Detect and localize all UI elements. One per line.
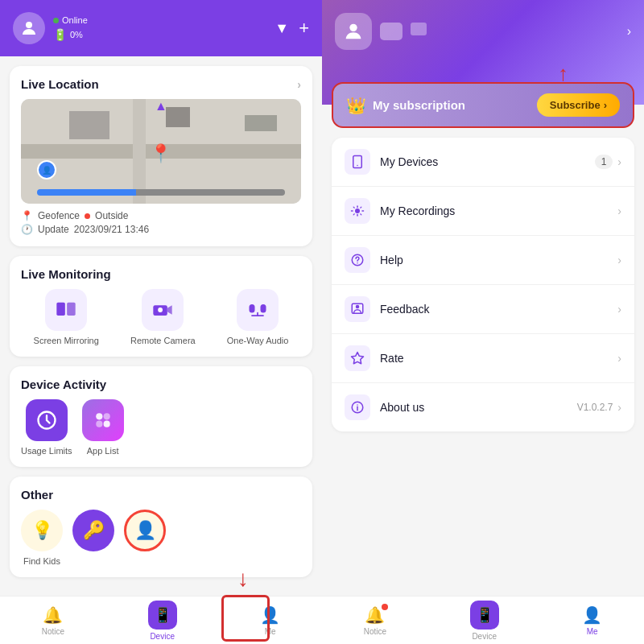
right-header-left bbox=[335, 13, 427, 50]
map-road-v bbox=[133, 99, 146, 204]
nav-notice[interactable]: 🔔 Notice bbox=[42, 605, 64, 636]
menu-item-devices[interactable]: My Devices 1 › bbox=[332, 138, 634, 187]
map-bar bbox=[37, 189, 285, 196]
recordings-chevron-icon: › bbox=[617, 204, 621, 217]
map-info: 📍 Geofence Outside 🕐 Update 2023/09/21 1… bbox=[21, 210, 301, 235]
about-menu-icon bbox=[345, 394, 370, 420]
second-other-item[interactable]: 🔑 bbox=[72, 510, 114, 566]
left-panel: Online 🔋 0% ▼ + Live Location › bbox=[0, 0, 322, 644]
menu-item-recordings[interactable]: My Recordings › bbox=[332, 187, 634, 236]
rate-menu-label: Rate bbox=[380, 352, 617, 365]
devices-badge: 1 bbox=[595, 155, 613, 169]
feedback-menu-icon bbox=[345, 296, 370, 322]
avatar bbox=[13, 12, 45, 44]
menu-item-about[interactable]: About us V1.0.2.7 › bbox=[332, 383, 634, 431]
other-grid: 💡 Find Kids 🔑 👤 bbox=[21, 510, 301, 566]
help-chevron-icon: › bbox=[617, 254, 621, 266]
right-bottom-nav: 🔔 Notice 📱 Device 👤 Me bbox=[322, 596, 644, 644]
live-location-title: Live Location › bbox=[21, 77, 301, 91]
one-way-audio-item[interactable]: One-Way Audio bbox=[227, 289, 289, 345]
right-nav-me[interactable]: 👤 Me bbox=[582, 605, 602, 636]
online-status: Online bbox=[53, 15, 88, 25]
help-menu-right: › bbox=[617, 254, 621, 266]
left-content: Live Location › ▲ 📍 👤 bbox=[0, 56, 322, 596]
dropdown-icon[interactable]: ▼ bbox=[275, 20, 289, 37]
remote-camera-icon bbox=[142, 289, 184, 331]
app-list-label: App List bbox=[87, 446, 119, 456]
usage-limits-item[interactable]: Usage Limits bbox=[21, 399, 72, 456]
left-header: Online 🔋 0% ▼ + bbox=[0, 0, 322, 56]
recordings-menu-label: My Recordings bbox=[380, 204, 617, 217]
add-icon[interactable]: + bbox=[299, 18, 309, 39]
nav-me-left[interactable]: 👤 Me bbox=[260, 605, 280, 636]
outside-dot bbox=[85, 213, 90, 219]
about-menu-right: V1.0.2.7 › bbox=[577, 401, 621, 414]
app-list-item[interactable]: App List bbox=[82, 399, 124, 456]
right-avatar bbox=[335, 13, 372, 50]
right-notice-icon: 🔔 bbox=[365, 605, 385, 625]
geofence-row: 📍 Geofence Outside bbox=[21, 210, 301, 221]
feedback-menu-label: Feedback bbox=[380, 303, 617, 316]
svg-point-13 bbox=[357, 165, 358, 167]
devices-menu-label: My Devices bbox=[380, 155, 595, 168]
screen-mirroring-item[interactable]: Screen Mirroring bbox=[34, 289, 99, 345]
devices-menu-right: 1 › bbox=[595, 155, 621, 169]
help-menu-icon bbox=[345, 247, 370, 273]
me-icon: 👤 bbox=[124, 510, 166, 551]
screen-mirroring-icon bbox=[45, 289, 87, 331]
device-activity-title: Device Activity bbox=[21, 378, 301, 391]
recordings-menu-icon bbox=[345, 198, 370, 224]
svg-point-8 bbox=[103, 413, 109, 419]
rate-chevron-icon: › bbox=[617, 352, 621, 365]
menu-item-rate[interactable]: Rate › bbox=[332, 334, 634, 383]
subscribe-button[interactable]: Subscribe › bbox=[537, 93, 620, 117]
right-nav-device[interactable]: 📱 Device bbox=[470, 601, 499, 641]
menu-list: My Devices 1 › My Recordings › bbox=[332, 138, 634, 431]
svg-point-11 bbox=[349, 24, 357, 31]
help-menu-label: Help bbox=[380, 254, 617, 266]
other-card: Other 💡 Find Kids 🔑 👤 bbox=[10, 477, 312, 577]
other-title: Other bbox=[21, 488, 301, 502]
device-icon: 📱 bbox=[148, 601, 177, 630]
activity-grid: Usage Limits App List bbox=[21, 399, 301, 456]
right-panel: › ↑ 👑 My subscription Subscribe › bbox=[322, 0, 644, 644]
feedback-menu-right: › bbox=[617, 303, 621, 316]
right-nav-notice[interactable]: 🔔 Notice bbox=[364, 605, 386, 636]
right-chevron-icon[interactable]: › bbox=[627, 24, 631, 39]
svg-point-0 bbox=[26, 22, 32, 28]
map-bg: ▲ 📍 👤 bbox=[21, 99, 301, 204]
one-way-audio-icon bbox=[237, 289, 279, 331]
clock-icon: 🕐 bbox=[21, 224, 33, 235]
svg-rect-2 bbox=[67, 303, 76, 316]
subscription-left: 👑 My subscription bbox=[346, 96, 465, 115]
menu-item-help[interactable]: Help › bbox=[332, 236, 634, 285]
arrow-down-indicator: ↓ bbox=[237, 566, 249, 592]
right-icon-sq2 bbox=[411, 23, 427, 35]
feedback-chevron-icon: › bbox=[617, 303, 621, 316]
nav-device[interactable]: 📱 Device bbox=[148, 601, 177, 641]
find-kids-item[interactable]: 💡 Find Kids bbox=[21, 510, 63, 566]
map-block2 bbox=[166, 107, 190, 127]
live-monitoring-title: Live Monitoring bbox=[21, 267, 301, 281]
right-header-icons bbox=[380, 23, 427, 40]
menu-item-feedback[interactable]: Feedback › bbox=[332, 285, 634, 334]
rate-menu-right: › bbox=[617, 352, 621, 365]
left-bottom-nav: 🔔 Notice 📱 Device 👤 Me bbox=[0, 596, 322, 644]
subscription-card: ↑ 👑 My subscription Subscribe › bbox=[332, 82, 634, 128]
chevron-right-icon[interactable]: › bbox=[297, 78, 301, 91]
me-other-item[interactable]: 👤 bbox=[124, 510, 166, 566]
live-location-card: Live Location › ▲ 📍 👤 bbox=[10, 66, 312, 246]
device-activity-card: Device Activity Usage Limits bbox=[10, 366, 312, 467]
second-other-icon: 🔑 bbox=[72, 510, 114, 551]
arrow-up-indicator: ↑ bbox=[558, 61, 568, 86]
remote-camera-item[interactable]: Remote Camera bbox=[130, 289, 196, 345]
svg-point-18 bbox=[356, 305, 360, 309]
update-row: 🕐 Update 2023/09/21 13:46 bbox=[21, 224, 301, 235]
about-chevron-icon: › bbox=[617, 401, 621, 414]
map-block1 bbox=[69, 111, 109, 139]
app-list-icon bbox=[82, 399, 124, 441]
right-device-icon: 📱 bbox=[470, 601, 499, 630]
map-pin: 📍 bbox=[150, 143, 171, 164]
right-notice-badge bbox=[382, 604, 388, 610]
live-monitoring-card: Live Monitoring Screen Mirroring bbox=[10, 256, 312, 357]
